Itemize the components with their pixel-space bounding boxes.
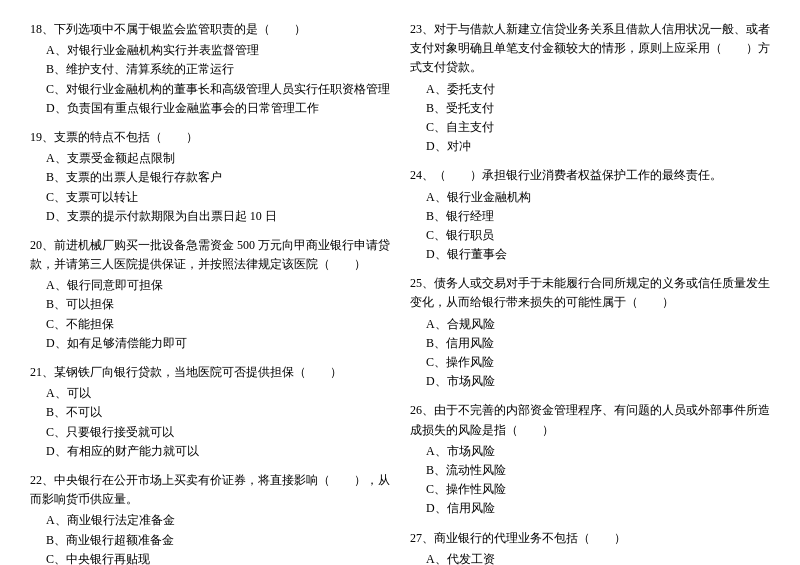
option-q20-0: A、银行同意即可担保: [30, 276, 390, 295]
option-q25-2: C、操作风险: [410, 353, 770, 372]
option-q20-1: B、可以担保: [30, 295, 390, 314]
option-q20-3: D、如有足够清偿能力即可: [30, 334, 390, 353]
option-q24-3: D、银行董事会: [410, 245, 770, 264]
option-q21-1: B、不可以: [30, 403, 390, 422]
left-column: 18、下列选项中不属于银监会监管职责的是（ ）A、对银行业金融机构实行并表监督管…: [30, 20, 390, 565]
option-q22-0: A、商业银行法定准备金: [30, 511, 390, 530]
question-title-q21: 21、某钢铁厂向银行贷款，当地医院可否提供担保（ ）: [30, 363, 390, 382]
question-title-q27: 27、商业银行的代理业务不包括（ ）: [410, 529, 770, 548]
question-title-q20: 20、前进机械厂购买一批设备急需资金 500 万元向甲商业银行申请贷款，并请第三…: [30, 236, 390, 274]
option-q26-0: A、市场风险: [410, 442, 770, 461]
option-q18-2: C、对银行业金融机构的董事长和高级管理人员实行任职资格管理: [30, 80, 390, 99]
option-q25-1: B、信用风险: [410, 334, 770, 353]
question-title-q23: 23、对于与借款人新建立信贷业务关系且借款人信用状况一般、或者支付对象明确且单笔…: [410, 20, 770, 78]
question-title-q22: 22、中央银行在公开市场上买卖有价证券，将直接影响（ ），从而影响货币供应量。: [30, 471, 390, 509]
question-title-q26: 26、由于不完善的内部资金管理程序、有问题的人员或外部事件所造成损失的风险是指（…: [410, 401, 770, 439]
option-q25-0: A、合规风险: [410, 315, 770, 334]
right-column: 23、对于与借款人新建立信贷业务关系且借款人信用状况一般、或者支付对象明确且单笔…: [410, 20, 770, 565]
option-q24-0: A、银行业金融机构: [410, 188, 770, 207]
question-title-q18: 18、下列选项中不属于银监会监管职责的是（ ）: [30, 20, 390, 39]
option-q23-0: A、委托支付: [410, 80, 770, 99]
question-q22: 22、中央银行在公开市场上买卖有价证券，将直接影响（ ），从而影响货币供应量。A…: [30, 471, 390, 565]
option-q20-2: C、不能担保: [30, 315, 390, 334]
option-q23-3: D、对冲: [410, 137, 770, 156]
option-q25-3: D、市场风险: [410, 372, 770, 391]
question-q18: 18、下列选项中不属于银监会监管职责的是（ ）A、对银行业金融机构实行并表监督管…: [30, 20, 390, 118]
question-q21: 21、某钢铁厂向银行贷款，当地医院可否提供担保（ ）A、可以B、不可以C、只要银…: [30, 363, 390, 461]
page-container: 18、下列选项中不属于银监会监管职责的是（ ）A、对银行业金融机构实行并表监督管…: [30, 20, 770, 565]
option-q23-1: B、受托支付: [410, 99, 770, 118]
option-q18-1: B、维护支付、清算系统的正常运行: [30, 60, 390, 79]
option-q21-2: C、只要银行接受就可以: [30, 423, 390, 442]
option-q22-1: B、商业银行超额准备金: [30, 531, 390, 550]
option-q21-3: D、有相应的财产能力就可以: [30, 442, 390, 461]
option-q27-0: A、代发工资: [410, 550, 770, 565]
question-title-q25: 25、债务人或交易对手于未能履行合同所规定的义务或信任质量发生变化，从而给银行带…: [410, 274, 770, 312]
question-q25: 25、债务人或交易对手于未能履行合同所规定的义务或信任质量发生变化，从而给银行带…: [410, 274, 770, 391]
question-q26: 26、由于不完善的内部资金管理程序、有问题的人员或外部事件所造成损失的风险是指（…: [410, 401, 770, 518]
option-q26-2: C、操作性风险: [410, 480, 770, 499]
option-q22-2: C、中央银行再贴现: [30, 550, 390, 565]
option-q19-1: B、支票的出票人是银行存款客户: [30, 168, 390, 187]
option-q26-3: D、信用风险: [410, 499, 770, 518]
option-q23-2: C、自主支付: [410, 118, 770, 137]
question-title-q19: 19、支票的特点不包括（ ）: [30, 128, 390, 147]
option-q24-1: B、银行经理: [410, 207, 770, 226]
question-q27: 27、商业银行的代理业务不包括（ ）A、代发工资B、代理财政性存款: [410, 529, 770, 566]
question-q24: 24、（ ）承担银行业消费者权益保护工作的最终责任。A、银行业金融机构B、银行经…: [410, 166, 770, 264]
question-q20: 20、前进机械厂购买一批设备急需资金 500 万元向甲商业银行申请贷款，并请第三…: [30, 236, 390, 353]
option-q18-0: A、对银行业金融机构实行并表监督管理: [30, 41, 390, 60]
question-q23: 23、对于与借款人新建立信贷业务关系且借款人信用状况一般、或者支付对象明确且单笔…: [410, 20, 770, 156]
option-q24-2: C、银行职员: [410, 226, 770, 245]
option-q26-1: B、流动性风险: [410, 461, 770, 480]
option-q21-0: A、可以: [30, 384, 390, 403]
option-q19-0: A、支票受金额起点限制: [30, 149, 390, 168]
question-q19: 19、支票的特点不包括（ ）A、支票受金额起点限制B、支票的出票人是银行存款客户…: [30, 128, 390, 226]
option-q19-2: C、支票可以转让: [30, 188, 390, 207]
question-title-q24: 24、（ ）承担银行业消费者权益保护工作的最终责任。: [410, 166, 770, 185]
option-q18-3: D、负责国有重点银行业金融监事会的日常管理工作: [30, 99, 390, 118]
option-q19-3: D、支票的提示付款期限为自出票日起 10 日: [30, 207, 390, 226]
